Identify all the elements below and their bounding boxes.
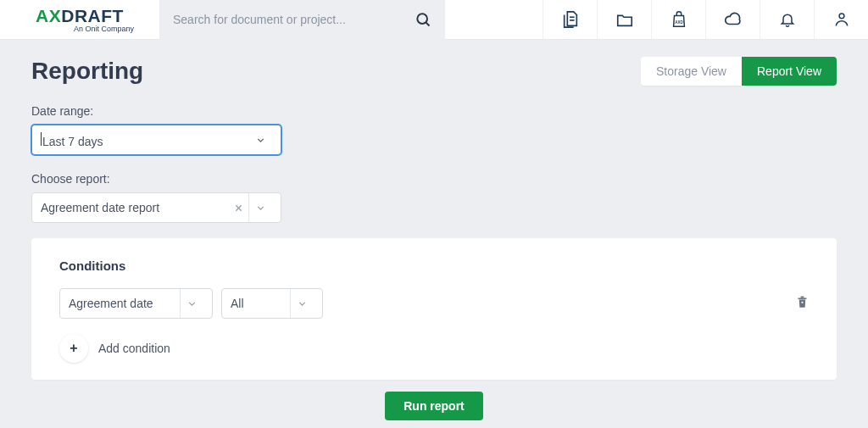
view-toggle: Storage View Report View [641, 57, 837, 86]
brand-logo[interactable]: AXDRAFT An Onit Company [0, 6, 159, 33]
cloud-icon[interactable] [705, 0, 760, 39]
chevron-down-icon[interactable] [180, 289, 203, 318]
page-title: Reporting [31, 58, 143, 85]
page-body: Reporting Storage View Report View Date … [0, 40, 868, 420]
date-range-label: Date range: [31, 104, 837, 118]
chevron-down-icon[interactable] [248, 193, 272, 222]
plus-icon: + [59, 334, 88, 363]
documents-icon[interactable] [542, 0, 597, 39]
date-range-select[interactable]: Last 7 days [31, 125, 281, 155]
shopping-bag-icon[interactable]: AXD [651, 0, 705, 39]
svg-rect-8 [798, 297, 807, 299]
choose-report-value: Agreement date report [41, 201, 228, 214]
brand-subtitle: An Onit Company [74, 25, 134, 33]
clear-report-icon[interactable] [228, 203, 248, 213]
search-box[interactable] [159, 0, 445, 40]
conditions-title: Conditions [59, 258, 809, 273]
choose-report-select[interactable]: Agreement date report [31, 192, 281, 223]
page-header: Reporting Storage View Report View [31, 57, 837, 86]
svg-rect-9 [801, 296, 804, 297]
search-icon[interactable] [415, 11, 431, 28]
svg-point-0 [417, 14, 427, 24]
delete-condition-icon[interactable] [796, 295, 809, 313]
brand-draft: DRAFT [61, 6, 124, 25]
svg-point-5 [839, 14, 844, 19]
chevron-down-icon[interactable] [248, 125, 272, 154]
run-row: Run report [31, 392, 837, 420]
condition-operator-select[interactable]: All [221, 288, 323, 319]
user-icon[interactable] [814, 0, 868, 39]
svg-rect-10 [802, 301, 804, 303]
add-condition-label: Add condition [98, 342, 170, 355]
svg-line-1 [426, 23, 430, 26]
condition-operator-value: All [231, 297, 290, 310]
condition-field-value: Agreement date [69, 297, 180, 310]
choose-report-label: Choose report: [31, 172, 837, 186]
svg-text:AXD: AXD [675, 20, 683, 25]
chevron-down-icon[interactable] [290, 289, 314, 318]
run-report-button[interactable]: Run report [385, 392, 483, 420]
condition-field-select[interactable]: Agreement date [59, 288, 213, 319]
bell-icon[interactable] [760, 0, 814, 39]
report-view-tab[interactable]: Report View [742, 57, 837, 86]
add-condition-button[interactable]: + Add condition [59, 334, 170, 363]
storage-view-tab[interactable]: Storage View [641, 57, 742, 86]
top-nav-icons: AXD [542, 0, 868, 39]
search-input[interactable] [173, 13, 415, 26]
folder-icon[interactable] [597, 0, 651, 39]
conditions-card: Conditions Agreement date All + Add cond… [31, 238, 837, 380]
date-range-value: Last 7 days [42, 135, 103, 148]
condition-row: Agreement date All [59, 288, 809, 319]
top-bar: AXDRAFT An Onit Company AXD [0, 0, 868, 40]
brand-ax: AX [36, 6, 61, 25]
